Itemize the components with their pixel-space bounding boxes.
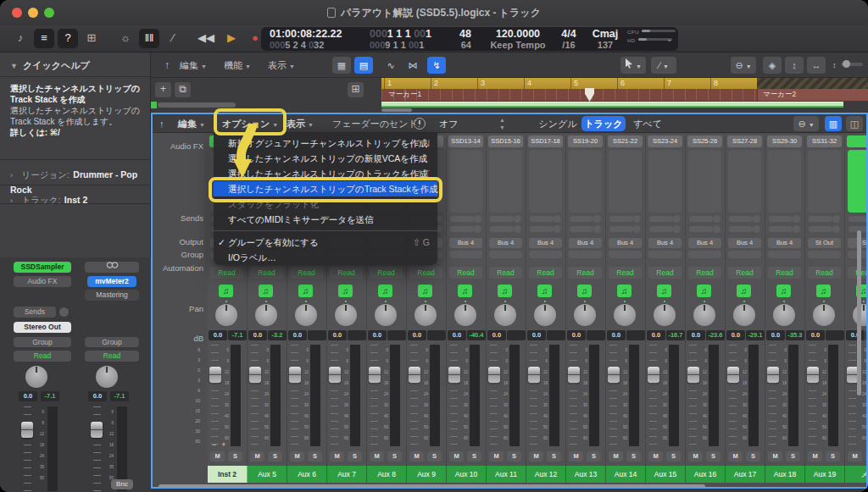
group-size-buttons[interactable]: −+ <box>212 441 241 449</box>
group-slot[interactable] <box>648 251 682 258</box>
track-region-bar[interactable] <box>381 102 843 108</box>
catch-playhead-icon[interactable]: ↯ <box>427 57 446 74</box>
track-inspector-row[interactable]: › トラック: Inst 2 <box>10 191 161 207</box>
zoom-out-icon[interactable]: ⊖ ▼ <box>731 57 756 74</box>
filter-icon[interactable]: ⊖ ▼ <box>793 116 819 131</box>
volume-fader[interactable] <box>488 367 500 383</box>
volume-fader[interactable] <box>687 367 699 383</box>
mixer-horizontal-scrollbar[interactable] <box>159 484 705 489</box>
pan-knob[interactable] <box>255 304 277 326</box>
mute-button[interactable]: M <box>609 451 623 462</box>
track-name-cell[interactable]: Aux 7 <box>327 466 367 483</box>
mixer-channel-strip[interactable]: SS21-22Bus 4Read♫0.00612182430405060MSAu… <box>606 135 646 483</box>
output-slot[interactable]: Bus 4 <box>728 238 761 248</box>
track-name-cell[interactable]: メ <box>845 466 866 483</box>
solo-button[interactable]: S <box>865 451 866 462</box>
peak-value[interactable] <box>427 330 446 340</box>
mute-button[interactable]: M <box>290 451 304 462</box>
tab-tracks[interactable]: トラック <box>581 116 626 131</box>
send-knob[interactable] <box>593 215 601 223</box>
tab-single[interactable]: シングル <box>536 116 580 131</box>
automation-mode-button[interactable]: Read <box>250 267 283 279</box>
pan-knob[interactable] <box>654 304 676 326</box>
audio-fx-area[interactable] <box>489 150 522 213</box>
pan-knob[interactable] <box>574 304 596 326</box>
automation-mode-button[interactable]: Read <box>330 267 363 279</box>
track-header-config-button[interactable]: ⊞ <box>348 82 364 97</box>
vertical-auto-zoom-icon[interactable]: ↕ <box>785 57 804 74</box>
volume-fader[interactable] <box>767 367 779 383</box>
audio-fx-area[interactable] <box>728 150 761 213</box>
solo-button[interactable]: S <box>387 451 402 462</box>
volume-value[interactable]: 0.0 <box>19 391 37 401</box>
send-knob[interactable] <box>514 225 521 233</box>
back-arrow-icon[interactable]: ↑ <box>158 57 176 74</box>
track-name-cell[interactable]: Aux 15 <box>646 466 686 483</box>
volume-value[interactable]: 0.0 <box>328 330 347 340</box>
volume-value[interactable]: 0.0 <box>368 330 387 340</box>
play-icon[interactable]: ▶ <box>220 29 242 48</box>
output-slot[interactable]: Bus 4 <box>489 238 522 248</box>
pan-knob[interactable] <box>534 304 556 326</box>
peak-value[interactable]: -7.1 <box>228 330 247 340</box>
solo-button[interactable]: S <box>467 451 481 462</box>
track-name-cell[interactable]: Aux 19 <box>805 466 845 483</box>
send-knob[interactable] <box>713 215 721 223</box>
send-slot[interactable] <box>649 216 673 222</box>
audio-fx-area[interactable] <box>688 150 721 213</box>
peak-value[interactable] <box>826 330 844 340</box>
mixer-channel-strip[interactable]: SRead♫0.00612182430405060MSメ <box>845 135 866 483</box>
peak-value[interactable] <box>308 330 326 340</box>
mute-button[interactable]: M <box>648 451 663 462</box>
pan-knob[interactable] <box>454 304 476 326</box>
send-slot[interactable] <box>490 216 514 222</box>
automation-mode-button[interactable]: Read <box>648 267 682 279</box>
duplicate-track-button[interactable]: ⧉ <box>175 82 191 97</box>
input-monitor-note-icon[interactable]: ♫ <box>219 285 233 297</box>
automation-mode-button[interactable]: Read <box>728 267 761 279</box>
solo-button[interactable]: S <box>587 451 601 462</box>
volume-value[interactable]: 0.0 <box>248 330 267 340</box>
send-knob[interactable] <box>673 225 681 233</box>
volume-value[interactable]: 0.0 <box>766 330 785 340</box>
send-knob[interactable] <box>554 215 561 223</box>
mixer-channel-strip[interactable]: SSD17-18Bus 4Read♫0.00612182430405060MSA… <box>526 135 566 483</box>
send-slot[interactable] <box>450 226 474 232</box>
send-slot[interactable] <box>769 216 793 222</box>
send-knob[interactable] <box>514 215 521 223</box>
peak-value[interactable]: -29.1 <box>746 330 765 340</box>
send-knob[interactable] <box>673 215 681 223</box>
input-monitor-note-icon[interactable]: ♫ <box>378 285 392 297</box>
output-slot[interactable]: Bus 4 <box>449 238 482 248</box>
track-name-cell[interactable]: Aux 5 <box>248 466 287 483</box>
group-slot[interactable] <box>449 251 482 258</box>
send-knob[interactable] <box>753 215 760 223</box>
horizontal-zoom-fit-icon[interactable]: ↔ <box>807 57 826 74</box>
volume-value[interactable]: 0.0 <box>846 330 865 340</box>
automation-mode-button[interactable]: Read <box>529 267 562 279</box>
mute-button[interactable]: M <box>489 451 504 462</box>
pan-knob[interactable] <box>494 304 516 326</box>
send-knob[interactable] <box>832 225 840 233</box>
audio-fx-area[interactable] <box>609 150 642 213</box>
volume-fader[interactable] <box>21 422 33 438</box>
send-knob[interactable] <box>59 307 69 317</box>
plugin-slot[interactable]: mvMeter2 <box>87 276 136 287</box>
track-name-cell[interactable]: Aux 9 <box>407 466 447 483</box>
volume-value[interactable]: 0.0 <box>527 330 546 340</box>
input-monitor-note-icon[interactable]: ♫ <box>816 285 831 297</box>
control-bar-display-icon[interactable]: ☼ <box>115 29 136 48</box>
peak-value[interactable]: -3.2 <box>268 330 287 340</box>
strip-name[interactable]: SS29-30 <box>767 135 802 147</box>
strip-name[interactable]: SS23-24 <box>648 135 682 147</box>
group-slot[interactable] <box>569 251 602 258</box>
mute-button[interactable]: M <box>688 451 703 462</box>
output-slot[interactable]: Bus 4 <box>688 238 721 248</box>
input-monitor-note-icon[interactable]: ♫ <box>737 285 751 297</box>
track-name-cell[interactable]: Aux 10 <box>447 466 487 483</box>
peak-value[interactable]: -7.1 <box>110 391 129 401</box>
input-monitor-note-icon[interactable]: ♫ <box>298 285 313 297</box>
send-slot[interactable] <box>570 216 593 222</box>
solo-button[interactable]: S <box>348 451 362 462</box>
volume-value[interactable]: 0.0 <box>647 330 665 340</box>
